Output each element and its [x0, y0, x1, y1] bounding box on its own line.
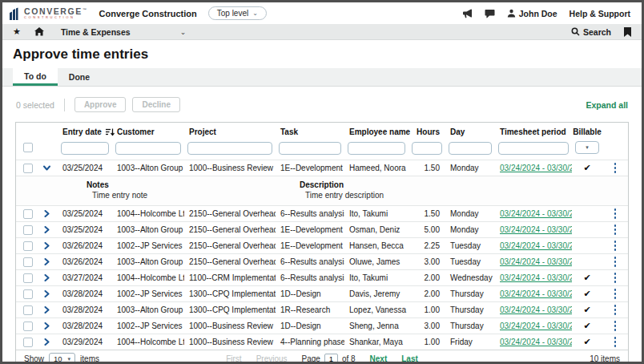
- cell-hours: 3.00: [409, 322, 445, 330]
- row-checkbox[interactable]: [23, 209, 33, 219]
- row-expander-chevron-icon[interactable]: [43, 274, 50, 281]
- row-actions-kebab-icon[interactable]: [612, 270, 619, 285]
- col-timesheet-period[interactable]: Timesheet period: [495, 127, 572, 136]
- timesheet-period-link[interactable]: 03/24/2024 - 03/30/2024: [500, 225, 572, 234]
- entity-selector[interactable]: Top level ⌄: [208, 6, 267, 20]
- row-checkbox[interactable]: [23, 225, 33, 235]
- row-expander-chevron-icon[interactable]: [43, 242, 50, 249]
- row-actions-kebab-icon[interactable]: [612, 238, 619, 253]
- filter-hours[interactable]: [412, 142, 442, 155]
- divider: [64, 99, 65, 111]
- decline-button[interactable]: Decline: [132, 97, 180, 112]
- bookmark-icon[interactable]: [624, 27, 631, 37]
- col-hours[interactable]: Hours: [409, 127, 445, 136]
- select-all-checkbox[interactable]: [23, 143, 33, 152]
- row-expander-chevron-icon[interactable]: [43, 164, 50, 172]
- timesheet-period-link[interactable]: 03/24/2024 - 03/30/2024: [500, 322, 572, 330]
- row-expander-chevron-icon[interactable]: [43, 258, 50, 265]
- expand-all-link[interactable]: Expand all: [586, 100, 628, 110]
- previous-page-link[interactable]: Previous: [256, 354, 288, 363]
- filter-day[interactable]: [449, 142, 492, 155]
- col-day[interactable]: Day: [445, 127, 495, 136]
- row-checkbox[interactable]: [23, 289, 33, 299]
- col-task[interactable]: Task: [276, 127, 344, 136]
- home-icon[interactable]: [34, 27, 44, 36]
- timesheet-period-link[interactable]: 03/24/2024 - 03/30/2024: [500, 338, 572, 346]
- selected-count: 0 selected: [16, 100, 54, 110]
- timesheet-period-link[interactable]: 03/24/2024 - 03/30/2024: [500, 209, 572, 218]
- row-checkbox[interactable]: [23, 273, 33, 283]
- col-customer[interactable]: Customer: [112, 127, 184, 136]
- approve-button[interactable]: Approve: [74, 97, 127, 112]
- chat-icon[interactable]: [485, 9, 495, 18]
- filter-billable-select[interactable]: ▾: [575, 141, 599, 154]
- help-support-link[interactable]: Help & Support: [570, 9, 630, 18]
- row-checkbox[interactable]: [23, 305, 33, 315]
- timesheet-period-link[interactable]: 03/24/2024 - 03/30/2024: [500, 289, 572, 298]
- row-expander-chevron-icon[interactable]: [43, 226, 50, 233]
- first-page-link[interactable]: First: [226, 354, 241, 363]
- timesheet-period-link[interactable]: 03/24/2024 - 03/30/2024: [500, 273, 572, 282]
- row-expander-chevron-icon[interactable]: [43, 338, 50, 346]
- announcements-icon[interactable]: [462, 9, 473, 18]
- next-page-link[interactable]: Next: [370, 354, 388, 363]
- col-billable[interactable]: Billable: [572, 127, 602, 136]
- cell-entry-date: 03/28/2024: [58, 322, 112, 330]
- row-actions-kebab-icon[interactable]: [612, 334, 619, 350]
- last-page-link[interactable]: Last: [401, 354, 418, 363]
- tab-done[interactable]: Done: [58, 68, 101, 86]
- cell-day: Friday: [445, 338, 495, 346]
- row-checkbox[interactable]: [23, 338, 33, 347]
- row-checkbox[interactable]: [23, 241, 33, 251]
- brand-logo[interactable]: CONVERGE™ CONSTRUCTION: [9, 7, 88, 20]
- cell-employee-name: Hameed, Noora: [344, 164, 409, 172]
- cell-day: Thursday: [445, 305, 495, 314]
- row-checkbox[interactable]: [23, 257, 33, 267]
- row-actions-kebab-icon[interactable]: [612, 222, 619, 237]
- row-checkbox[interactable]: [23, 322, 33, 331]
- filter-customer[interactable]: [115, 142, 181, 155]
- timesheet-period-link[interactable]: 03/24/2024 - 03/30/2024: [500, 164, 572, 172]
- tab-to-do[interactable]: To do: [13, 68, 58, 86]
- user-menu[interactable]: John Doe: [507, 9, 557, 18]
- search-button[interactable]: Search: [571, 27, 611, 37]
- row-expander-chevron-icon[interactable]: [43, 290, 50, 297]
- cell-customer: 1004--Holcombe Ltd: [112, 209, 184, 218]
- billable-check-icon: ✔: [583, 163, 590, 173]
- cell-hours: 1.50: [409, 164, 445, 172]
- cell-project: 1300--CPQ Implementation: [184, 289, 276, 298]
- favorites-star-icon[interactable]: ★: [13, 27, 21, 36]
- row-actions-kebab-icon[interactable]: [612, 302, 619, 317]
- col-employee-name[interactable]: Employee name: [344, 127, 409, 136]
- filter-task[interactable]: [279, 142, 341, 155]
- cell-entry-date: 03/29/2024: [58, 338, 112, 346]
- nav-menu-time-expenses[interactable]: Time & Expenses: [61, 27, 131, 37]
- page-number-input[interactable]: [324, 354, 338, 364]
- row-expander-chevron-icon[interactable]: [43, 322, 50, 330]
- timesheet-period-link[interactable]: 03/24/2024 - 03/30/2024: [500, 305, 572, 314]
- page-size-select[interactable]: 10 ▾: [49, 353, 75, 364]
- cell-task: 1E--Development: [276, 164, 344, 172]
- row-checkbox[interactable]: [23, 164, 33, 173]
- filter-project[interactable]: [187, 142, 272, 155]
- row-actions-kebab-icon[interactable]: [612, 206, 619, 221]
- cell-entry-date: 03/25/2024: [58, 209, 112, 218]
- cell-hours: 5.00: [409, 225, 445, 234]
- col-project[interactable]: Project: [184, 127, 276, 136]
- cell-day: Thursday: [445, 289, 495, 298]
- row-expander-chevron-icon[interactable]: [43, 306, 50, 313]
- timesheet-period-link[interactable]: 03/24/2024 - 03/30/2024: [500, 257, 572, 266]
- row-actions-kebab-icon[interactable]: [612, 254, 619, 269]
- timesheet-period-link[interactable]: 03/24/2024 - 03/30/2024: [500, 241, 572, 250]
- row-detail-panel: Notes Time entry note Description Time e…: [16, 176, 628, 205]
- time-entries-table: Entry date Customer Project Task Employe…: [15, 122, 629, 364]
- row-actions-kebab-icon[interactable]: [612, 286, 619, 301]
- filter-timesheet-period[interactable]: [498, 142, 569, 155]
- row-actions-kebab-icon[interactable]: [612, 318, 619, 334]
- col-entry-date[interactable]: Entry date: [58, 127, 112, 136]
- filter-entry-date[interactable]: [61, 142, 109, 155]
- row-actions-kebab-icon[interactable]: [612, 160, 619, 176]
- menu-chevron-down-icon[interactable]: ⌄: [180, 28, 187, 36]
- row-expander-chevron-icon[interactable]: [43, 210, 50, 217]
- filter-employee-name[interactable]: [348, 142, 405, 155]
